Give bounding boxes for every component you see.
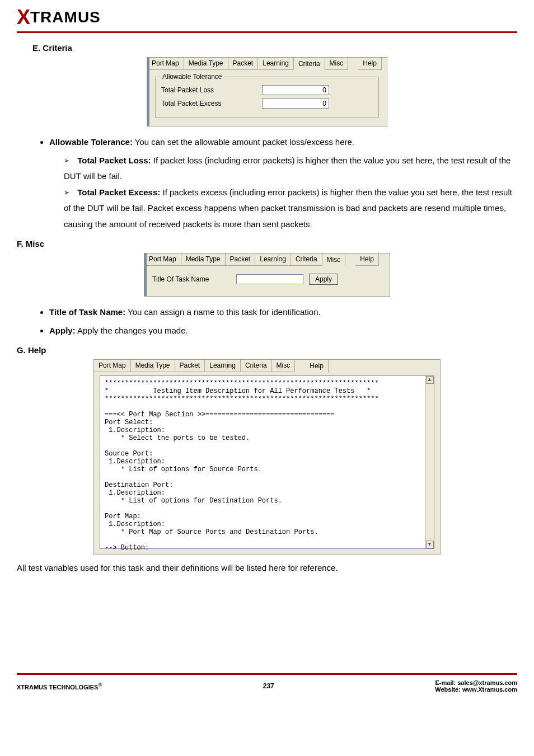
apply-button[interactable]: Apply [309,274,338,285]
footer-page-number: 237 [263,682,274,690]
tab-media-type[interactable]: Media Type [184,58,228,70]
bullet-apply: Apply: Apply the changes you made. [49,323,517,339]
bullet-allowable: Allowable Tolerance: You can set the all… [49,134,517,232]
title-of-task-title: Title of Task Name: [49,307,125,317]
title-of-task-label: Title Of Task Name [152,275,231,283]
page-footer: XTRAMUS TECHNOLOGIES® 237 E-mail: sales@… [17,673,517,699]
loss-title: Total Packet Loss: [77,156,151,165]
tab-criteria[interactable]: Criteria [294,58,325,71]
tab-bar-misc: Port Map Media Type Packet Learning Crit… [144,253,390,266]
tab-criteria[interactable]: Criteria [241,360,272,372]
total-packet-loss-label: Total Packet Loss [161,86,256,94]
help-text-area: ****************************************… [100,375,434,549]
total-packet-excess-label: Total Packet Excess [161,100,256,107]
title-of-task-input[interactable] [236,274,303,284]
excess-title: Total Packet Excess: [77,187,160,197]
tab-misc[interactable]: Misc [325,58,349,70]
apply-text: Apply the changes you made. [76,326,188,335]
criteria-panel: Port Map Media Type Packet Learning Crit… [147,57,387,126]
total-packet-loss-input[interactable] [262,85,329,95]
section-title-criteria: E. Criteria [32,43,517,53]
help-panel: Port Map Media Type Packet Learning Crit… [93,359,441,555]
tab-port-map[interactable]: Port Map [147,58,184,70]
footer-reg: ® [98,682,102,688]
scroll-down-icon[interactable]: ▼ [426,541,434,548]
tab-misc[interactable]: Misc [322,254,346,266]
tab-help[interactable]: Help [305,360,329,373]
section-title-misc: F. Misc [17,239,517,248]
footer-contact: E-mail: sales@xtramus.com Website: www.X… [435,679,517,693]
title-of-task-text: You can assign a name to this task for i… [125,307,321,317]
misc-panel: Port Map Media Type Packet Learning Crit… [144,253,390,297]
tab-port-map[interactable]: Port Map [144,253,181,266]
tab-media-type[interactable]: Media Type [131,360,175,372]
footer-web-label: Website: [435,686,462,693]
tab-misc[interactable]: Misc [272,360,296,372]
help-scrollbar[interactable]: ▲ ▼ [425,376,434,548]
subbullet-excess: Total Packet Excess: If packets excess (… [64,185,517,233]
tab-packet[interactable]: Packet [175,360,205,372]
footer-email: sales@xtramus.com [457,679,517,686]
tab-bar-help: Port Map Media Type Packet Learning Crit… [94,360,440,372]
help-footer-note: All test variables used for this task an… [17,563,517,572]
group-legend: Allowable Tolerance [160,73,224,81]
scroll-up-icon[interactable]: ▲ [426,376,434,384]
tab-help[interactable]: Help [355,253,379,266]
bullet-title-of-task: Title of Task Name: You can assign a nam… [49,304,517,321]
allowable-text: You can set the allowable amount packet … [133,137,354,147]
footer-email-label: E-mail: [435,679,458,686]
tab-media-type[interactable]: Media Type [181,253,226,266]
allowable-tolerance-group: Allowable Tolerance Total Packet Loss To… [155,77,379,118]
tab-help[interactable]: Help [358,58,382,70]
subbullet-loss: Total Packet Loss: If packet loss (inclu… [64,153,517,185]
tab-learning[interactable]: Learning [255,253,291,266]
tab-learning[interactable]: Learning [205,360,241,372]
footer-company-name: XTRAMUS TECHNOLOGIES [17,683,98,690]
tab-port-map[interactable]: Port Map [94,360,131,372]
apply-title: Apply: [49,326,76,335]
tab-bar: Port Map Media Type Packet Learning Crit… [147,58,387,70]
tab-packet[interactable]: Packet [228,58,259,70]
tab-learning[interactable]: Learning [258,58,294,70]
footer-web: www.Xtramus.com [462,686,517,693]
tab-criteria[interactable]: Criteria [291,253,322,266]
brand-logo-name: TRAMUS [30,8,101,26]
total-packet-excess-input[interactable] [262,98,329,109]
footer-company: XTRAMUS TECHNOLOGIES® [17,682,102,691]
brand-logo-x: X [17,6,29,29]
section-title-help: G. Help [17,345,517,355]
tab-packet[interactable]: Packet [226,253,256,266]
help-text-content: ****************************************… [100,376,434,555]
allowable-title: Allowable Tolerance: [49,137,133,147]
brand-header: X TRAMUS [17,6,517,33]
